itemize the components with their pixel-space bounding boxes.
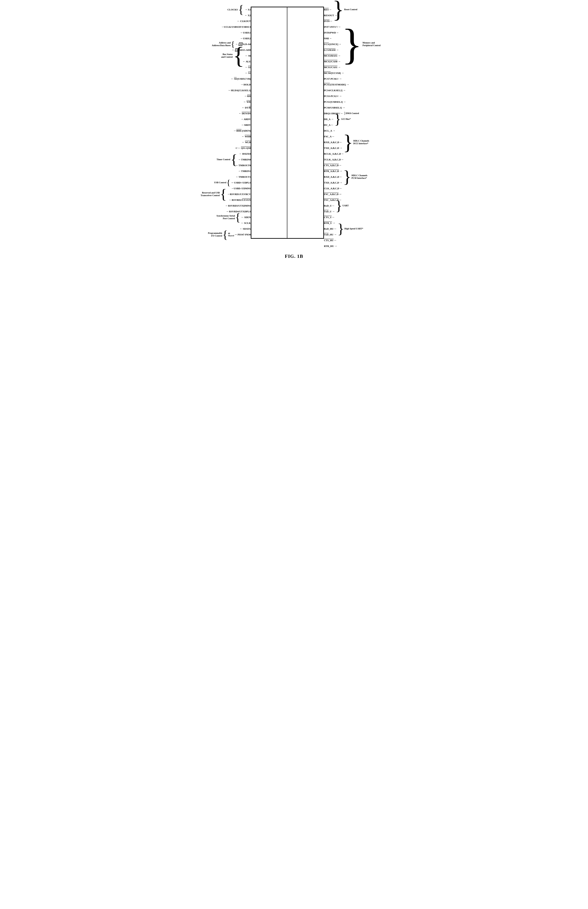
bsize8-label: BSIZE8	[242, 152, 251, 155]
int8-arrow: ←	[336, 31, 339, 34]
rclk-label: RCLK_A,B,C,D	[324, 152, 341, 155]
s6-arrow: ←	[244, 54, 248, 58]
int7-label: INT7-INT1	[324, 26, 336, 28]
left-pin-usbdm: → USBD-/UDMNS	[207, 186, 251, 191]
den-arrow: ←	[238, 111, 242, 115]
dtr-label: DT/R	[245, 106, 251, 109]
sdata-label: SDATA	[243, 228, 251, 230]
qs-bus-num: 2	[236, 147, 236, 149]
txdhu-label: TxD_HU	[324, 233, 333, 236]
rxdhu-label: RxD_HU	[324, 228, 333, 230]
nmi-label: NMI	[324, 37, 329, 40]
pcs76-arrow: →	[339, 77, 342, 81]
right-pin-fsc-pcm: FSC_A,B,C,D ↔	[324, 191, 381, 197]
ctshu-arrow: ←	[333, 239, 337, 242]
rxd-dce-label: RXD_A,B,C,D	[324, 141, 339, 144]
ardy-label: ARDY	[244, 118, 251, 121]
left-pin-s1: ← S1	[207, 70, 251, 76]
txdu-label: TxD_U	[324, 210, 331, 213]
main-diagram: CLOCKS { → X1 ← X2 ← CLKOUT → UCLK/USBSO…	[207, 6, 381, 249]
timer-group-text: Timer Control	[216, 158, 230, 161]
mcs0-label: MCS0/[UCSX8]	[324, 72, 341, 74]
usbx2-label: USBX2	[243, 37, 251, 40]
tclk-label: TCLK_A,B,C,D	[324, 158, 341, 161]
left-pin-wlb: ← WLB	[207, 139, 251, 145]
tmrin1-label: TMRIN1	[241, 170, 251, 173]
right-pin-pcs32: PCS3-PCS2 2 / →	[324, 93, 381, 99]
s2-arrow: ←	[244, 65, 248, 69]
left-pin-x2: ← X2	[207, 13, 251, 18]
rtrhu-label: RTR_HU	[324, 245, 334, 247]
uart-group-text: UART	[342, 204, 349, 207]
right-pin-mcs3: MCS3/RAS1 →	[324, 53, 381, 58]
right-pin-mcs0: MCS0/[UCSX8] →	[324, 70, 381, 76]
clocks-text: CLOCKS	[228, 8, 237, 11]
right-pin-rxdu: RxD_U ← } UART	[324, 203, 381, 208]
bhe-arrow: →	[233, 129, 236, 132]
ctsu-arrow: ←	[332, 215, 335, 219]
hsuart-group-text: High Speed UART*	[344, 228, 363, 230]
usbx1-arrow: →	[239, 31, 243, 34]
pcs4-arrow: →	[342, 89, 346, 92]
right-pin-ucs: UCS/[ONCE] → } Memory andPeripheral Cont…	[324, 41, 381, 47]
rd-arrow: →	[244, 94, 247, 98]
sclk-label: SCLK	[244, 222, 251, 224]
left-pin-sdata: ← SDATA	[207, 226, 251, 232]
sden-label: SDEN	[244, 216, 251, 218]
clk-pcm-label: CLK_A,B,C,D	[324, 187, 339, 190]
dua-label: DU_A	[324, 124, 330, 126]
right-pin-res: RES ← } Reset Control	[324, 6, 381, 13]
dda-label: DD_A	[324, 118, 330, 121]
right-pin-resout: RESOUT →	[324, 13, 381, 18]
pcs4-label: PCS4/CLKSEL2]	[324, 89, 342, 92]
figure-container: CLOCKS { → X1 ← X2 ← CLKOUT → UCLK/USBSO…	[205, 5, 383, 262]
rxdu-label: RxD_U	[324, 204, 332, 207]
dcla-arrow: →	[332, 129, 336, 132]
dma-brace: }	[344, 111, 346, 115]
right-pin-clk-pcm: CLK_A,B,C,D ←	[324, 186, 381, 191]
pio-brace: {	[222, 229, 228, 240]
sclk-arrow: ←	[241, 221, 244, 225]
usbdp-label: USBD+/UDPLS	[234, 181, 251, 184]
figure-title: FIG. 1B	[285, 253, 303, 259]
pcs1-label: PCS1/[USBSEL2]	[324, 100, 342, 103]
right-pin-pcs0: PCS0/USBSEL1] →	[324, 105, 381, 110]
wlb-arrow: ←	[241, 140, 245, 144]
whb-label: WHB	[245, 135, 251, 138]
ic-left-panel	[251, 7, 288, 238]
ardy-arrow: →	[240, 117, 244, 121]
rsvrd3-label: RSVRD3/UTXDMNS	[228, 204, 251, 207]
tmrin0-arrow: →	[237, 158, 241, 161]
s1-label: S1	[248, 72, 251, 74]
rtr-dce-label: RTR_A,B,C,D	[324, 170, 339, 173]
dda-arrow: →	[330, 117, 334, 121]
pcs32-bus: 2	[337, 95, 338, 97]
txdhu-arrow: →	[333, 233, 337, 236]
qs-label: QS1-QS0	[241, 147, 251, 149]
left-pin-srdy: → SRDY	[207, 122, 251, 128]
res-label: RES	[324, 8, 329, 11]
rxdhu-arrow: ←	[333, 227, 337, 231]
ctsu-label: CTS_U	[324, 216, 332, 218]
left-pin-tmrin0: Timer Control { → TMRIN0	[207, 157, 251, 162]
dua-arrow: ←	[330, 123, 334, 127]
pcs5-label: PCS5/[TESTMODE]	[324, 83, 346, 86]
srdy-label: SRDY	[244, 124, 251, 126]
left-pin-hlda: ← HLDA[CLKSEL1]	[207, 87, 251, 93]
right-pin-txd-dce: TXD_A,B,C,D →	[324, 145, 381, 151]
clkout-label: CLKOUT	[240, 20, 251, 23]
int7-bus: 7	[336, 26, 337, 28]
left-pin-uclk: → UCLK/USBSOF/USBSCI	[207, 24, 251, 30]
s2-label: S2	[248, 66, 251, 69]
hold-label: HOLD	[244, 83, 251, 86]
rsvrd4-arrow: ←	[226, 210, 229, 213]
left-pin-dtr: ← DT/R	[207, 105, 251, 110]
pcs32-label: PCS3-PCS2	[324, 95, 336, 97]
right-pin-pcs4: PCS4/CLKSEL2] →	[324, 87, 381, 93]
rsvrd2-label: RSVRD2/UXVEN	[232, 199, 251, 201]
mcs3-arrow: →	[338, 54, 341, 58]
cts-dce-label: CTS_A,B,C,D	[324, 164, 339, 166]
wr-label: WR	[247, 100, 251, 103]
right-pin-pcs1: PCS1/[USBSEL2] →	[324, 99, 381, 105]
usbx2-arrow: →	[239, 37, 243, 40]
